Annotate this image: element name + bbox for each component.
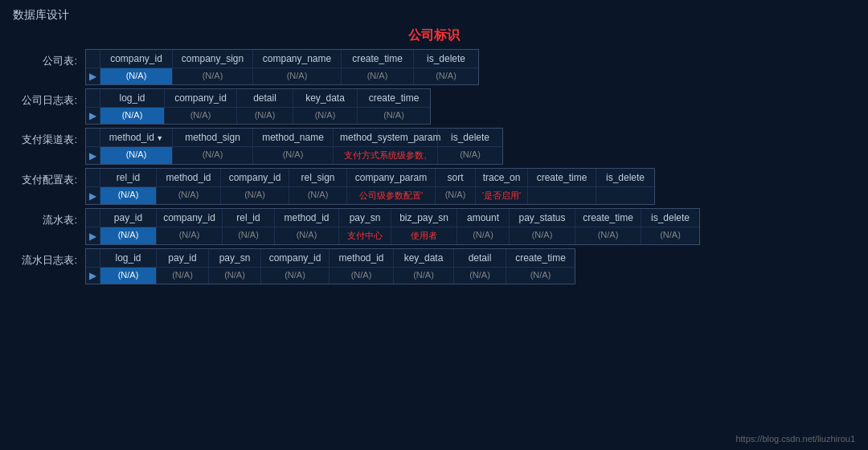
- col-data-0-0: (N/A): [100, 68, 173, 84]
- table-section-0: 公司表:company_idcompany_signcompany_namecr…: [13, 49, 868, 85]
- col-header-5-5: key_data: [394, 249, 454, 267]
- col-header-5-3: company_id: [261, 249, 330, 267]
- col-header-1-1: company_id: [165, 89, 237, 107]
- table-data-row-0: ▶(N/A)(N/A)(N/A)(N/A)(N/A): [86, 68, 478, 84]
- table-label-5: 流水日志表:: [13, 248, 85, 268]
- col-header-3-5: sort: [436, 169, 476, 186]
- col-data-3-7: [528, 187, 596, 204]
- page-title: 数据库设计: [0, 0, 868, 26]
- col-data-5-0: (N/A): [100, 268, 157, 284]
- col-data-2-0: (N/A): [100, 147, 173, 164]
- col-data-5-4: (N/A): [330, 268, 394, 284]
- col-data-0-1: (N/A): [173, 68, 253, 84]
- col-header-4-6: amount: [457, 209, 510, 227]
- col-header-4-8: create_time: [575, 209, 641, 227]
- col-header-0-4: is_delete: [414, 50, 478, 68]
- table-section-5: 流水日志表:log_idpay_idpay_sncompany_idmethod…: [13, 248, 868, 284]
- table-section-2: 支付渠道表:method_idmethod_signmethod_namemet…: [13, 128, 868, 165]
- col-data-3-3: (N/A): [289, 187, 347, 204]
- col-data-5-5: (N/A): [394, 268, 454, 284]
- col-header-0-1: company_sign: [173, 50, 253, 68]
- col-data-5-3: (N/A): [261, 268, 330, 284]
- col-header-3-3: rel_sign: [289, 169, 347, 186]
- col-header-5-2: pay_sn: [209, 249, 261, 267]
- table-header-row-5: log_idpay_idpay_sncompany_idmethod_idkey…: [86, 249, 575, 267]
- table-label-3: 支付配置表:: [13, 168, 85, 187]
- table-wrapper-4: pay_idcompany_idrel_idmethod_idpay_snbiz…: [85, 208, 700, 245]
- col-header-4-9: is_delete: [641, 209, 699, 227]
- col-data-4-0: (N/A): [100, 227, 157, 244]
- col-header-5-6: detail: [454, 249, 506, 267]
- col-data-5-1: (N/A): [157, 268, 209, 284]
- col-data-4-9: (N/A): [641, 227, 699, 244]
- table-header-row-0: company_idcompany_signcompany_namecreate…: [86, 50, 478, 68]
- col-header-4-0: pay_id: [100, 209, 157, 227]
- col-header-5-7: create_time: [506, 249, 575, 267]
- table-label-2: 支付渠道表:: [13, 128, 85, 147]
- col-header-4-1: company_id: [157, 209, 223, 227]
- col-header-0-3: create_time: [342, 50, 414, 68]
- col-data-5-2: (N/A): [209, 268, 261, 284]
- col-data-2-4: (N/A): [438, 147, 502, 164]
- col-data-1-3: (N/A): [293, 108, 358, 124]
- table-wrapper-3: rel_idmethod_idcompany_idrel_signcompany…: [85, 168, 655, 205]
- col-data-4-3: (N/A): [275, 227, 339, 244]
- col-data-0-2: (N/A): [253, 68, 342, 84]
- col-header-3-8: is_delete: [596, 169, 654, 186]
- col-data-3-6: '是否启用': [476, 187, 528, 204]
- table-label-1: 公司日志表:: [13, 88, 85, 108]
- col-header-3-4: company_param: [347, 169, 436, 186]
- col-header-2-2: method_name: [253, 129, 334, 146]
- col-header-4-4: pay_sn: [339, 209, 391, 227]
- table-label-0: 公司表:: [13, 49, 85, 68]
- col-data-3-8: [596, 187, 654, 204]
- col-header-1-4: create_time: [358, 89, 430, 107]
- center-label: 公司标识: [0, 27, 868, 44]
- col-header-4-5: biz_pay_sn: [391, 209, 457, 227]
- table-label-4: 流水表:: [13, 208, 85, 227]
- table-section-3: 支付配置表:rel_idmethod_idcompany_idrel_signc…: [13, 168, 868, 205]
- col-data-3-4: 公司级参数配置': [347, 187, 436, 204]
- col-header-3-2: company_id: [221, 169, 289, 186]
- col-header-4-7: pay_status: [510, 209, 575, 227]
- col-header-2-3: method_system_param: [334, 129, 438, 146]
- table-wrapper-0: company_idcompany_signcompany_namecreate…: [85, 49, 479, 85]
- table-header-row-3: rel_idmethod_idcompany_idrel_signcompany…: [86, 169, 654, 186]
- col-data-4-4: 支付中心: [339, 227, 391, 244]
- col-data-5-6: (N/A): [454, 268, 506, 284]
- table-header-row-4: pay_idcompany_idrel_idmethod_idpay_snbiz…: [86, 209, 699, 227]
- col-data-3-0: (N/A): [100, 187, 157, 204]
- table-section-1: 公司日志表:log_idcompany_iddetailkey_datacrea…: [13, 88, 868, 125]
- table-data-row-3: ▶(N/A)(N/A)(N/A)(N/A)公司级参数配置'(N/A)'是否启用': [86, 186, 654, 204]
- table-header-row-1: log_idcompany_iddetailkey_datacreate_tim…: [86, 89, 430, 107]
- col-header-0-0: company_id: [100, 50, 173, 68]
- col-header-5-1: pay_id: [157, 249, 209, 267]
- table-wrapper-1: log_idcompany_iddetailkey_datacreate_tim…: [85, 88, 431, 125]
- col-data-2-2: (N/A): [253, 147, 334, 164]
- col-data-0-4: (N/A): [414, 68, 478, 84]
- col-header-5-4: method_id: [330, 249, 394, 267]
- col-data-4-6: (N/A): [457, 227, 510, 244]
- col-data-1-2: (N/A): [237, 108, 293, 124]
- col-header-0-2: company_name: [253, 50, 342, 68]
- col-data-4-1: (N/A): [157, 227, 223, 244]
- col-data-3-2: (N/A): [221, 187, 289, 204]
- col-header-2-0: method_id: [100, 129, 173, 146]
- col-header-5-0: log_id: [100, 249, 157, 267]
- table-data-row-1: ▶(N/A)(N/A)(N/A)(N/A)(N/A): [86, 107, 430, 124]
- col-data-4-5: 使用者: [391, 227, 457, 244]
- col-header-4-3: method_id: [275, 209, 339, 227]
- col-header-1-2: detail: [237, 89, 293, 107]
- col-data-4-8: (N/A): [575, 227, 641, 244]
- col-data-4-7: (N/A): [510, 227, 575, 244]
- col-header-2-4: is_delete: [438, 129, 502, 146]
- table-data-row-2: ▶(N/A)(N/A)(N/A)支付方式系统级参数,(N/A): [86, 146, 502, 164]
- col-header-2-1: method_sign: [173, 129, 253, 146]
- table-header-row-2: method_idmethod_signmethod_namemethod_sy…: [86, 129, 502, 146]
- col-header-3-6: trace_on: [476, 169, 528, 186]
- col-data-2-3: 支付方式系统级参数,: [334, 147, 438, 164]
- col-data-4-2: (N/A): [223, 227, 275, 244]
- col-data-0-3: (N/A): [342, 68, 414, 84]
- col-header-4-2: rel_id: [223, 209, 275, 227]
- footer-url: https://blog.csdn.net/liuzhirou1: [735, 434, 855, 444]
